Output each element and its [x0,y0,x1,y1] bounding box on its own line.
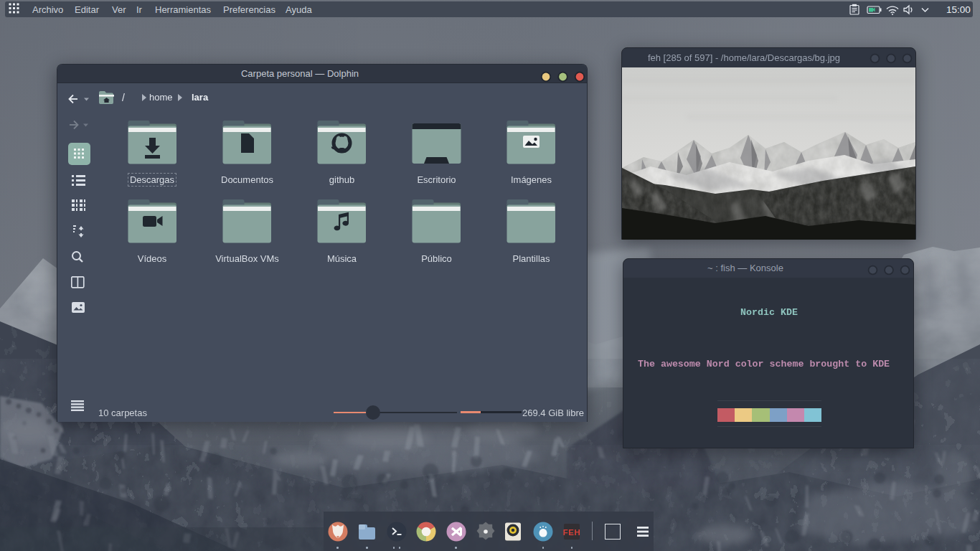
svg-text:FEH: FEH [563,528,581,537]
